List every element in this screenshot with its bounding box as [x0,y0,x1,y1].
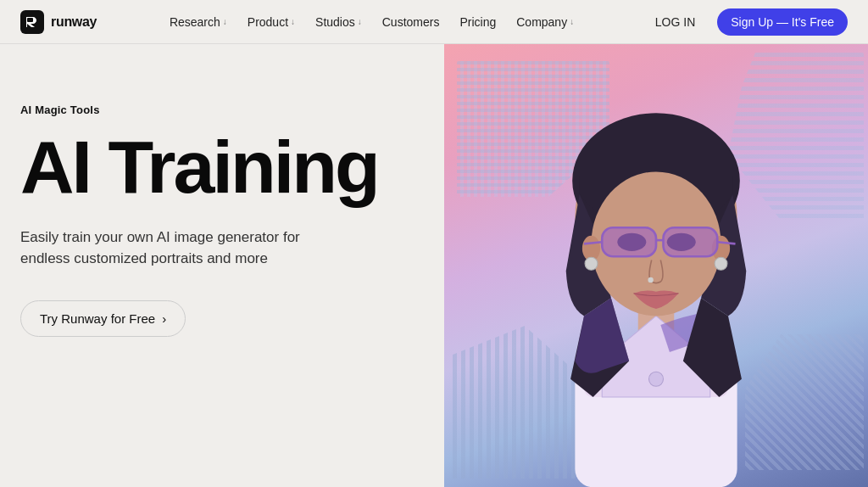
cta-label: Try Runway for Free [40,311,155,326]
header-right: LOG IN Sign Up — It's Free [647,8,848,36]
portrait-illustration [512,44,800,487]
nav-item-product[interactable]: Product ↓ [239,10,303,34]
hero-title: AI Training [20,132,427,203]
research-arrow-icon: ↓ [223,17,227,26]
nav-item-studios[interactable]: Studios ↓ [307,10,370,34]
svg-point-12 [585,257,598,270]
company-arrow-icon: ↓ [570,17,574,26]
svg-point-13 [715,257,727,270]
cta-arrow-icon: › [162,311,166,326]
main-content: AI Magic Tools AI Training Easily train … [0,44,868,487]
login-button[interactable]: LOG IN [647,10,704,34]
svg-rect-17 [664,227,718,256]
nav-item-company[interactable]: Company ↓ [508,10,582,34]
hero-image [444,44,868,487]
runway-logo-icon [20,10,44,34]
svg-point-21 [648,277,653,282]
cta-button[interactable]: Try Runway for Free › [20,300,186,337]
svg-rect-16 [602,227,656,256]
studios-arrow-icon: ↓ [358,17,362,26]
signup-button[interactable]: Sign Up — It's Free [717,8,848,36]
nav-item-research[interactable]: Research ↓ [161,10,236,34]
svg-point-5 [649,372,664,386]
main-nav: Research ↓ Product ↓ Studios ↓ Customers… [161,10,582,34]
nav-item-pricing[interactable]: Pricing [451,10,504,34]
hero-content: AI Magic Tools AI Training Easily train … [20,95,427,337]
portrait-scene [444,44,868,487]
header-left: runway [20,10,97,34]
svg-rect-1 [27,18,33,22]
product-arrow-icon: ↓ [291,17,295,26]
eyebrow-label: AI Magic Tools [20,104,427,116]
nav-item-customers[interactable]: Customers [374,10,448,34]
header: runway Research ↓ Product ↓ Studios ↓ Cu… [0,0,868,44]
logo-text: runway [51,14,97,30]
hero-subtitle: Easily train your own AI image generator… [20,227,326,270]
logo[interactable]: runway [20,10,97,34]
